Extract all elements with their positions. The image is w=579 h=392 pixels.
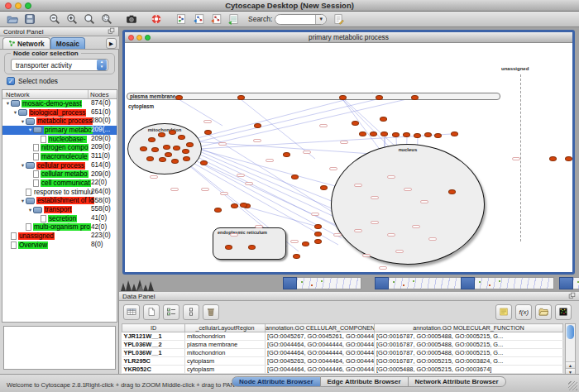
network-node[interactable] <box>320 185 328 190</box>
zoom-window-button[interactable] <box>25 2 31 9</box>
tree-header-nodes[interactable]: Nodes <box>89 90 117 98</box>
column-header[interactable]: ID <box>122 324 185 332</box>
network-node[interactable] <box>200 160 208 165</box>
network-node[interactable] <box>248 245 256 250</box>
network-node[interactable] <box>314 224 322 229</box>
zoom-region-icon[interactable] <box>98 12 115 26</box>
network-node[interactable] <box>146 156 154 161</box>
minimized-network-window[interactable] <box>283 277 361 289</box>
disclosure-triangle-icon[interactable]: ▼ <box>5 101 11 106</box>
tree-row[interactable]: ▼metabolic process280(0) <box>2 117 117 126</box>
scroll-up-icon[interactable]: ▲ <box>566 361 575 368</box>
minimized-network-window[interactable] <box>461 277 554 289</box>
network-node[interactable] <box>231 203 238 208</box>
tree-row[interactable]: unassigned223(0) <box>2 232 117 241</box>
frame-titlebar[interactable]: primary metabolic process <box>125 32 572 43</box>
network-node[interactable] <box>565 156 572 161</box>
frame-close-button[interactable] <box>128 35 134 41</box>
tree-row[interactable]: multi-organism pro42(0) <box>2 223 117 232</box>
new-page-icon[interactable] <box>143 304 160 320</box>
disclosure-triangle-icon[interactable]: ▼ <box>20 198 26 203</box>
import-network-b-icon[interactable] <box>207 12 224 26</box>
minimized-window-titlebar[interactable] <box>559 277 573 289</box>
frame-minimize-button[interactable] <box>136 35 142 41</box>
minimized-network-window[interactable] <box>559 277 579 289</box>
network-node[interactable] <box>171 159 179 164</box>
network-view-frame[interactable]: primary metabolic process plasma membran… <box>122 30 575 275</box>
disclosure-triangle-icon[interactable]: ▼ <box>20 119 26 124</box>
table-row[interactable]: YJR121W__1mitochondrion[GO:0045267, GO:0… <box>122 332 563 341</box>
tree-row[interactable]: ▼biological_process651(0) <box>2 108 117 117</box>
search-input[interactable] <box>275 15 315 24</box>
network-node[interactable] <box>414 133 421 138</box>
tree-header-network[interactable]: Network <box>2 90 89 98</box>
annotation-icon[interactable] <box>329 12 347 26</box>
float-panel-icon[interactable] <box>108 27 115 36</box>
tab-edge-attribute-browser[interactable]: Edge Attribute Browser <box>321 376 409 387</box>
network-overview-panel[interactable] <box>3 326 116 370</box>
column-header[interactable]: annotation.GO MOLECULAR_FUNCTION <box>375 324 563 332</box>
matrix-icon[interactable] <box>555 304 572 320</box>
network-node[interactable] <box>370 131 377 136</box>
table-row[interactable]: YPL036W__2plasma membrane[GO:0044464, GO… <box>122 341 563 349</box>
network-node[interactable] <box>403 132 410 137</box>
tab-network[interactable]: Network <box>2 37 50 49</box>
resize-grip[interactable] <box>568 381 577 390</box>
network-node[interactable] <box>302 241 309 246</box>
network-node[interactable] <box>204 130 212 135</box>
tab-overflow-button[interactable]: ▶ <box>106 38 117 49</box>
network-node[interactable] <box>254 123 261 128</box>
vizmapper-icon[interactable] <box>172 12 189 26</box>
tree-row[interactable]: macromolecule311(0) <box>2 152 117 161</box>
network-node[interactable] <box>186 142 194 147</box>
tree-row[interactable]: cell communicat22(0) <box>2 179 117 188</box>
tree-row[interactable]: Overview8(0) <box>2 241 117 250</box>
network-node[interactable] <box>173 146 180 151</box>
scrollbar-thumb[interactable] <box>567 325 574 339</box>
network-node[interactable] <box>182 149 189 154</box>
network-node[interactable] <box>148 137 156 142</box>
tree-row[interactable]: ▼cellular process614(0) <box>2 161 117 170</box>
network-node[interactable] <box>434 133 442 138</box>
table-row[interactable]: YLR295Ccytoplasm[GO:0045263, GO:0044464,… <box>122 357 563 366</box>
open-file-icon[interactable] <box>3 12 21 26</box>
disclosure-triangle-icon[interactable]: ▼ <box>27 208 33 213</box>
tree-row[interactable]: ▼mosaic-demo-yeast874(0) <box>2 99 117 108</box>
table-scrollbar[interactable]: ▲ ▼ <box>565 323 576 375</box>
network-node[interactable] <box>293 254 300 259</box>
tab-mosaic[interactable]: Mosaic <box>50 37 85 49</box>
snapshot-icon[interactable] <box>122 12 140 26</box>
network-node[interactable] <box>392 132 400 137</box>
zoom-in-icon[interactable] <box>63 12 80 26</box>
network-node[interactable] <box>380 117 387 122</box>
disclosure-triangle-icon[interactable]: ▼ <box>27 127 33 132</box>
tree-row[interactable]: cellular metabo209(0) <box>2 170 117 179</box>
trash-icon[interactable] <box>203 304 219 320</box>
import-table-icon[interactable] <box>224 12 242 26</box>
network-node[interactable] <box>165 152 172 157</box>
save-session-icon[interactable] <box>21 12 38 26</box>
minimize-window-button[interactable] <box>15 2 22 9</box>
network-node[interactable] <box>163 145 170 150</box>
table-row[interactable]: YPL036W__1mitochondrion[GO:0044464, GO:0… <box>122 349 563 357</box>
network-node[interactable] <box>151 147 159 152</box>
column-header[interactable]: _cellularLayoutRegion <box>185 324 266 332</box>
network-node[interactable] <box>183 156 190 161</box>
network-node[interactable] <box>411 95 419 100</box>
network-node[interactable] <box>352 121 359 126</box>
network-canvas[interactable]: plasma membrane cytoplasm mitochondrion … <box>125 43 572 272</box>
network-node[interactable] <box>240 203 247 208</box>
checklist-icon[interactable] <box>163 304 179 320</box>
tree-row[interactable]: secretion41(0) <box>2 214 117 223</box>
network-node[interactable] <box>178 135 185 140</box>
minimized-window-titlebar[interactable] <box>461 277 475 289</box>
tree-row[interactable]: response to stimulu264(0) <box>2 188 117 197</box>
network-node[interactable] <box>175 95 183 100</box>
tab-node-attribute-browser[interactable]: Node Attribute Browser <box>232 376 321 387</box>
network-node[interactable] <box>314 239 322 244</box>
network-node[interactable] <box>225 245 232 250</box>
tree-row[interactable]: nitrogen compo209(0) <box>2 143 117 152</box>
float-panel-icon[interactable] <box>568 292 576 301</box>
minimized-window-titlebar[interactable] <box>283 277 297 289</box>
folder-open-icon[interactable] <box>535 304 552 320</box>
